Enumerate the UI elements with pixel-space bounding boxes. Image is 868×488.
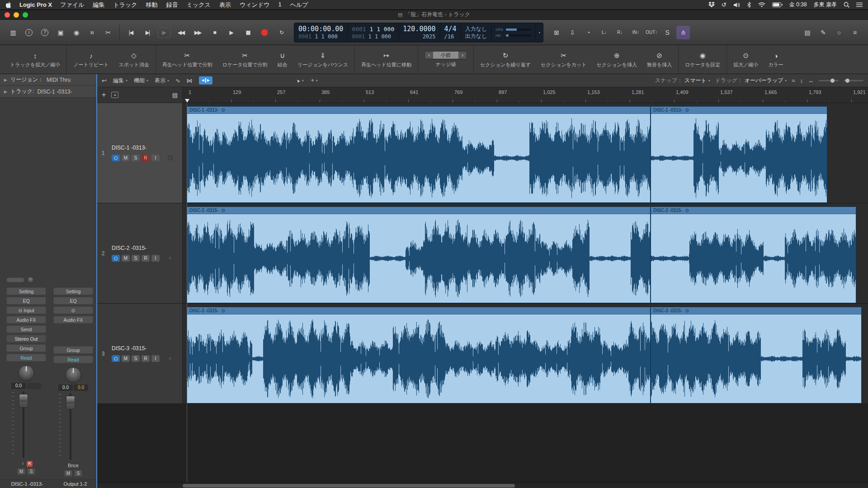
snap-menu[interactable]: スナップ：スマート▾ [655, 77, 710, 84]
cycle-button[interactable]: ↻ [275, 26, 288, 39]
pause-button[interactable]: ▮▮ [241, 26, 254, 39]
disclosure-triangle-icon[interactable]: ▶ [4, 78, 7, 82]
zoom-tracks-button[interactable]: ↕トラックを拡大／縮小 [9, 51, 61, 68]
mute-button[interactable]: M [122, 255, 130, 262]
input-button[interactable]: ⊙Input [6, 306, 46, 314]
menubar-user[interactable]: 多東 康孝 [814, 1, 837, 9]
input-monitor-button[interactable]: I [151, 255, 160, 262]
automation-mode-button[interactable]: Read [53, 356, 93, 363]
lcd-display[interactable]: 00:00:00.00 0001 1 1 000 0001 1 1 000 00… [294, 23, 543, 42]
mute-button[interactable]: M [17, 468, 25, 475]
list-editors-button[interactable]: ▤ [801, 26, 814, 39]
automation-icon[interactable]: ∿ [175, 77, 180, 84]
vertical-auto-zoom-icon[interactable]: ↕ [800, 77, 803, 84]
region-inspector-header[interactable]: ▶ リージョン： MIDI Thru [0, 74, 96, 86]
group-button[interactable]: Group [53, 346, 93, 354]
pan-knob[interactable] [18, 365, 34, 381]
lcd-options-chevron[interactable]: ▾ [536, 23, 543, 42]
track-header[interactable]: 1DISC-1 -0313-MSRI [97, 103, 183, 203]
ruler[interactable]: 11292573855136417698971,0251,1531,2811,4… [183, 87, 868, 103]
setting-button[interactable]: Setting [53, 287, 93, 295]
dropbox-icon[interactable] [708, 2, 715, 8]
spot-erase-button[interactable]: ◇スポット消去 [118, 51, 151, 68]
stop-button[interactable]: ■ [208, 26, 221, 39]
track-lane[interactable]: DISC-3 -0315-⊙DISC-3 -0315-⊙ [183, 304, 868, 404]
note-pads-button[interactable]: ✎ [816, 26, 830, 39]
menubar-menu[interactable]: ヘルプ [290, 1, 308, 9]
set-locators-button[interactable]: ◉ロケータを設定 [684, 51, 722, 68]
forward-button[interactable]: ▶▶ [191, 26, 204, 39]
audio-region[interactable]: DISC-2 -0315-⊙ [187, 206, 651, 303]
master-bypass-button[interactable]: ⊠ [550, 26, 563, 39]
menubar-menu[interactable]: 1 [278, 1, 281, 9]
menubar-menu[interactable]: 録音 [166, 1, 178, 9]
split-at-locators-button[interactable]: ✂ロケータ位置で分割 [221, 51, 269, 68]
fader-cap[interactable] [19, 394, 28, 408]
latency-right-button[interactable]: R↓ [613, 26, 627, 39]
audio-fx-button[interactable]: Audio FX [6, 316, 46, 324]
track-on-button[interactable] [112, 355, 120, 362]
view-menu[interactable]: 表示▾ [155, 77, 169, 84]
zoom-button[interactable]: ⊙拡大／縮小 [732, 51, 760, 68]
output-button[interactable]: Stereo Out [6, 335, 46, 343]
horizontal-auto-zoom-icon[interactable]: ↔ [808, 77, 814, 84]
play-from-selection-button[interactable]: ▶ [158, 27, 170, 38]
eq-button[interactable]: EQ [6, 297, 46, 305]
color-button[interactable]: ◑カラー [767, 51, 785, 68]
browsers-button[interactable]: ≡ [848, 26, 862, 39]
audio-region[interactable]: DISC-3 -0315-⊙ [187, 307, 651, 404]
track-inspector-header[interactable]: ▶ トラック: DISC-1 -0313- [0, 86, 96, 98]
inspector-button[interactable]: i [22, 26, 36, 39]
apple-menu[interactable] [5, 1, 11, 8]
menubar-menu[interactable]: ファイル [60, 1, 84, 9]
peak-readout[interactable]: 0.0 [74, 385, 88, 391]
audio-region[interactable]: DISC-2 -0315-⊙ [651, 206, 856, 303]
command-click-tool-menu[interactable]: +▾ [311, 77, 318, 84]
menubar-menu[interactable]: トラック [113, 1, 137, 9]
apple-loops-button[interactable]: ○ [832, 26, 846, 39]
solo-mode-button[interactable]: S [660, 26, 674, 39]
menubar-menu[interactable]: 表示 [219, 1, 231, 9]
tuner-button[interactable]: ⋔ [676, 26, 690, 39]
pan-mini-knob[interactable] [27, 277, 34, 283]
performance-meter-button[interactable]: ◔ [581, 26, 595, 39]
solo-button[interactable]: S [132, 255, 140, 262]
insert-silence-button[interactable]: ⊘無音を挿入 [646, 51, 673, 68]
volume-readout[interactable]: 0.0 [58, 385, 73, 391]
midi-in-button[interactable]: IN↑ [629, 26, 642, 39]
volume-readout[interactable]: 0.0 [11, 383, 26, 389]
control-bar-editor-button[interactable]: ▣ [54, 26, 67, 39]
setting-button[interactable]: Setting [6, 287, 46, 295]
note-repeat-button[interactable]: ♪ノートリピート [72, 51, 110, 68]
notification-center-icon[interactable] [856, 2, 863, 7]
bluetooth-icon[interactable] [747, 2, 751, 8]
mute-button[interactable]: M [122, 155, 130, 161]
functions-menu[interactable]: 機能▾ [134, 77, 148, 84]
edit-menu[interactable]: 編集▾ [113, 77, 127, 84]
pointer-tool-menu[interactable]: ▲▾ [296, 78, 304, 83]
disclosure-triangle-icon[interactable]: ▶ [4, 89, 7, 94]
library-button[interactable]: ▥ [6, 26, 20, 39]
bounce-label[interactable]: Bnce [53, 463, 93, 469]
repeat-section-button[interactable]: ↻セクションを繰り返す [479, 51, 532, 68]
battery-icon[interactable] [772, 2, 783, 7]
spotlight-icon[interactable] [844, 2, 849, 8]
pan-knob[interactable] [65, 367, 81, 383]
editors-button[interactable]: ✂ [101, 26, 115, 39]
catch-playhead-button[interactable] [199, 76, 212, 84]
solo-button[interactable]: S [132, 355, 140, 362]
midi-thru-icon[interactable]: ↩ [102, 77, 107, 84]
record-enable-badge[interactable]: R [27, 461, 33, 467]
scrollbar-thumb[interactable] [183, 484, 515, 488]
audio-fx-button[interactable]: Audio FX [53, 316, 93, 324]
send-button[interactable]: Send [6, 325, 46, 333]
duplicate-track-button[interactable]: + [111, 92, 118, 98]
track-on-button[interactable] [112, 255, 120, 262]
window-titlebar[interactable]: ▤ 「龍」石井竜也 - トラック [0, 10, 868, 20]
track-header-config-button[interactable]: ▤ [172, 92, 178, 99]
drag-menu[interactable]: ドラッグ：オーバーラップ▾ [715, 77, 787, 84]
split-at-playhead-button[interactable]: ✂再生ヘッド位置で分割 [161, 51, 214, 68]
record-arm-button[interactable]: R [142, 255, 150, 262]
volume-icon[interactable] [733, 2, 740, 8]
volume-fader[interactable] [53, 392, 93, 461]
